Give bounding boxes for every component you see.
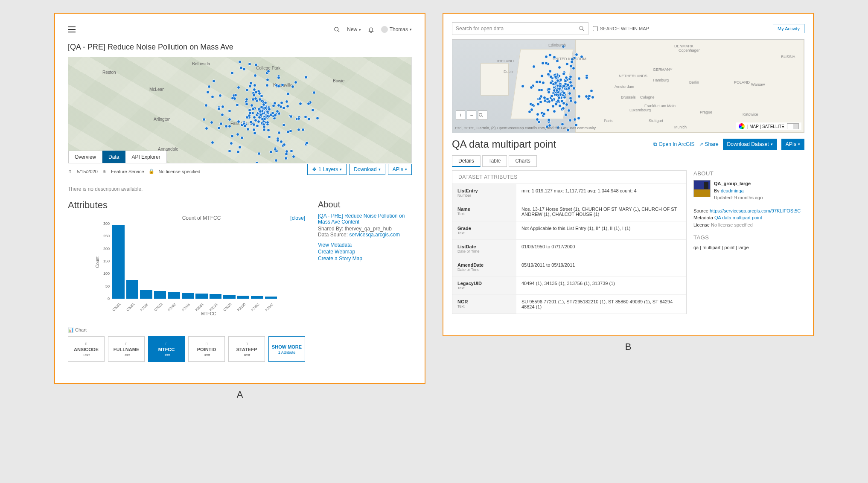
y-tick: 300 <box>103 221 110 226</box>
download-dataset-button[interactable]: Download Dataset▾ <box>723 139 777 150</box>
map-place-label: Copenhagen <box>679 48 701 52</box>
map-place-label: RUSSIA <box>781 55 795 59</box>
map-place-label: NETHERLANDS <box>619 74 647 78</box>
bar-chart: Count 050100150200250300 C3081C3061K2165… <box>98 224 277 309</box>
dataset-title: QA data multipart point <box>452 138 556 150</box>
chart-close-link[interactable]: [close] <box>290 215 305 221</box>
tags-heading: TAGS <box>693 234 804 241</box>
tab-overview[interactable]: Overview <box>68 151 102 163</box>
attribute-card-ansicode[interactable]: ⎍ANSICODEText <box>68 336 105 362</box>
x-tick: K2190 <box>236 301 248 312</box>
meta-license: No license specified <box>159 169 201 174</box>
basemap-toggle[interactable] <box>787 123 799 129</box>
attribute-card-fullname[interactable]: ⎍FULLNAMEText <box>108 336 145 362</box>
y-tick: 0 <box>108 297 110 301</box>
bar <box>251 296 263 299</box>
panel-b-label: B <box>625 341 632 352</box>
map-city-label: Bowie <box>333 79 344 83</box>
map-search-button[interactable] <box>478 111 487 120</box>
y-tick: 100 <box>103 271 110 276</box>
apis-dropdown[interactable]: APIs▾ <box>388 164 412 175</box>
map-place-label: Amsterdam <box>615 84 634 89</box>
dataset-key: ListEntryNumber <box>452 184 516 202</box>
my-activity-button[interactable]: My Activity <box>773 24 804 33</box>
map-place-label: Warsaw <box>751 82 765 87</box>
apis-button[interactable]: APIs▾ <box>781 139 804 150</box>
dataset-row: NameTextNos. 13-17 Horse Street (1), CHU… <box>452 202 686 221</box>
map-place-label: GERMANY <box>653 67 673 72</box>
bar <box>154 291 166 299</box>
x-tick: K2582 <box>167 301 179 312</box>
group-updated: Updated: 9 months ago <box>714 194 763 201</box>
svg-line-1 <box>338 30 340 32</box>
group-name[interactable]: QA_group_large <box>714 180 763 187</box>
color-wheel-icon <box>739 123 745 129</box>
search-input[interactable]: Search for open data <box>452 22 588 35</box>
bar <box>168 292 180 299</box>
map-city-label: Arlington <box>154 117 170 122</box>
new-dropdown[interactable]: New ▾ <box>347 26 361 32</box>
about-link-metadata[interactable]: View Metadata <box>318 242 412 248</box>
download-dropdown[interactable]: Download▾ <box>349 164 385 175</box>
share-link[interactable]: ↗Share <box>699 141 719 147</box>
zoom-out-button[interactable]: − <box>467 111 476 120</box>
search-icon <box>579 26 585 32</box>
metadata-row: Metadata QA data multipart point <box>693 214 804 221</box>
show-more-button[interactable]: SHOW MORE1 Attribute <box>268 336 305 362</box>
tab-data[interactable]: Data <box>102 151 125 163</box>
chart-icon: ⎍ <box>85 341 87 346</box>
bar <box>195 294 208 299</box>
y-tick: 200 <box>103 247 110 251</box>
map-place-label: DENMARK <box>674 44 693 48</box>
bar <box>112 225 125 299</box>
dataset-attributes-panel: DATASET ATTRIBUTES ListEntryNumbermin: 1… <box>452 170 687 314</box>
attribute-card-statefp[interactable]: ⎍STATEFPText <box>228 336 265 362</box>
metadata-link[interactable]: QA data multipart point <box>714 215 762 220</box>
map-place-label: Luxembourg <box>629 108 651 112</box>
source-link[interactable]: https://servicesqa.arcgis.com/97KLIFOSt5… <box>710 208 801 213</box>
about-heading: ABOUT <box>693 170 804 177</box>
open-in-arcgis-link[interactable]: ⧉Open In ArcGIS <box>653 141 695 147</box>
map-preview[interactable]: EdinburghDublinAmsterdamBrusselsParisHam… <box>452 39 804 133</box>
map-place-label: POLAND <box>734 80 750 84</box>
map-city-label: Reston <box>102 70 116 75</box>
user-menu[interactable]: Thomas ▾ <box>381 26 412 33</box>
menu-icon[interactable] <box>68 26 76 32</box>
dataset-value: Nos. 13-17 Horse Street (1), CHURCH OF S… <box>516 202 686 221</box>
dataset-value: min: 1,019,127 max: 1,117,721 avg: 1,044… <box>516 184 686 202</box>
zoom-in-button[interactable]: + <box>456 111 465 120</box>
tab-table[interactable]: Table <box>482 155 507 167</box>
tab-api-explorer[interactable]: API Explorer <box>125 151 166 163</box>
lock-icon: 🔒 <box>149 169 154 174</box>
dataset-value: Not Applicable to this List Entry (1), I… <box>516 221 686 239</box>
map-place-label: Dublin <box>504 70 515 74</box>
chart-title: Count of MTFCC <box>98 215 305 221</box>
map-place-label: Munich <box>674 125 687 129</box>
tab-details[interactable]: Details <box>452 155 481 167</box>
about-content-link[interactable]: [QA - PRE] Reduce Noise Pollution on Mas… <box>318 213 412 225</box>
search-icon[interactable] <box>334 26 340 33</box>
about-link-webmap[interactable]: Create Webmap <box>318 249 412 255</box>
map-place-label: Stuttgart <box>649 119 663 123</box>
svg-line-5 <box>482 116 483 117</box>
x-tick: K2561 <box>195 301 207 312</box>
map-place-label: Brussels <box>621 95 636 99</box>
meta-date: 5/15/2020 <box>77 169 98 174</box>
about-data-source: Data Source: servicesqa.arcgis.com <box>318 232 412 238</box>
about-link-storymap[interactable]: Create a Story Map <box>318 256 412 262</box>
panel-a: New ▾ Thomas ▾ [QA - PRE] Reduce Noise P… <box>54 13 425 384</box>
layers-dropdown[interactable]: ❖1 Layers▾ <box>307 164 347 175</box>
chart-section-label: 📊 Chart <box>68 327 305 333</box>
calendar-icon: 🗓 <box>68 169 73 174</box>
map-preview[interactable]: BethesdaRestonMcLeanArlingtonAnnandaleCo… <box>68 57 412 163</box>
meta-type: Feature Service <box>111 169 144 174</box>
attribute-card-pointid[interactable]: ⎍POINTIDText <box>188 336 225 362</box>
bar <box>223 295 236 299</box>
attribute-card-mtfcc[interactable]: ⎍MTFCCText <box>148 336 185 362</box>
description-placeholder: There is no description available. <box>68 186 412 192</box>
bell-icon[interactable] <box>368 26 374 33</box>
tab-charts[interactable]: Charts <box>509 155 536 167</box>
basemap-switch[interactable]: | MAP | SATELLITE <box>736 122 801 130</box>
x-tick: K3231 <box>209 301 220 312</box>
search-within-map-checkbox[interactable]: SEARCH WITHIN MAP <box>593 26 649 31</box>
